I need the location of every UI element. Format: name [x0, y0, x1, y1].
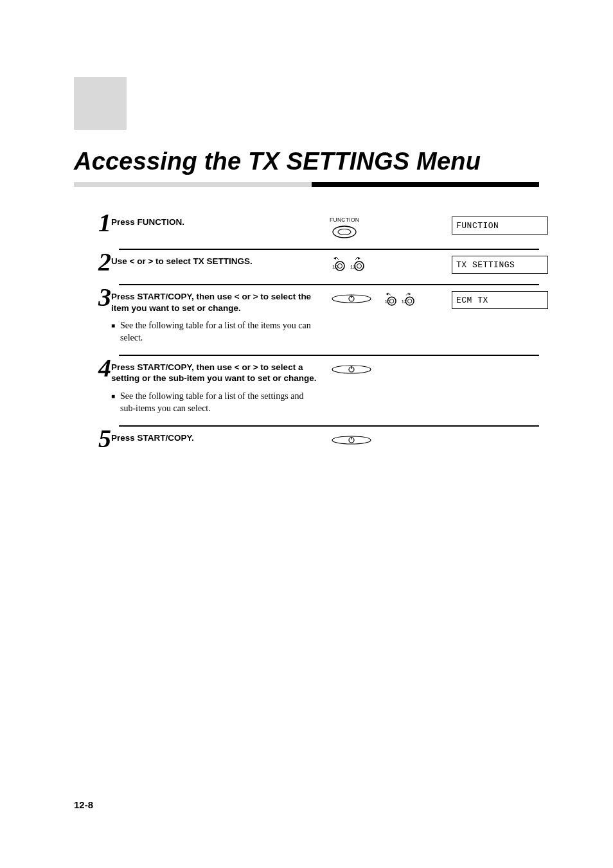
step-4: 4 Press START/COPY, then use < or > to s… — [119, 355, 539, 425]
function-button-icon: FUNCTION — [330, 217, 359, 238]
step-1: 1 Press FUNCTION. FUNCTION FUNCTION — [119, 210, 539, 249]
step-number: 3 — [85, 287, 111, 308]
start-copy-button-icon — [330, 291, 373, 306]
bullet-square-icon: ■ — [111, 320, 120, 344]
page: Accessing the TX SETTINGS Menu 1 Press F… — [0, 0, 613, 868]
right-arrow-button-icon: 12 — [400, 291, 414, 306]
svg-point-4 — [355, 261, 364, 270]
step-number: 2 — [85, 252, 111, 272]
step-5: 5 Press START/COPY. — [119, 425, 539, 459]
oval-button-icon — [332, 226, 357, 238]
page-number: 12-8 — [74, 799, 93, 810]
lcd-display: ECM TX — [452, 291, 548, 309]
arrow-buttons-icon: 10 12 — [330, 256, 364, 271]
step-number: 1 — [85, 213, 111, 233]
left-arrow-button-icon: 10 — [382, 291, 396, 306]
start-copy-button-icon — [330, 432, 373, 448]
step-number: 5 — [85, 429, 111, 449]
steps-container: 1 Press FUNCTION. FUNCTION FUNCTION — [119, 192, 539, 459]
step-heading: Use < or > to select TX SETTINGS. — [111, 256, 317, 267]
function-label: FUNCTION — [330, 217, 359, 223]
title-underline — [74, 182, 539, 187]
page-title: Accessing the TX SETTINGS Menu — [74, 148, 539, 182]
right-arrow-button-icon: 12 — [349, 256, 364, 271]
step-heading: Press START/COPY, then use < or > to sel… — [111, 362, 317, 384]
svg-point-5 — [357, 264, 362, 269]
svg-point-12 — [405, 297, 414, 305]
step-2: 2 Use < or > to select TX SETTINGS. 10 — [119, 249, 539, 284]
svg-point-3 — [338, 264, 342, 269]
svg-point-1 — [338, 229, 351, 235]
step-bullet: ■ See the following table for a list of … — [111, 320, 317, 344]
decorative-gray-block — [74, 77, 127, 130]
underline-black — [312, 182, 539, 187]
step-heading: Press START/COPY, then use < or > to sel… — [111, 291, 317, 314]
arrow-buttons-icon: 10 12 — [382, 291, 414, 306]
svg-point-0 — [333, 226, 356, 238]
step-heading: Press FUNCTION. — [111, 217, 317, 228]
lcd-display: FUNCTION — [452, 217, 548, 235]
step-3: 3 Press START/COPY, then use < or > to s… — [119, 284, 539, 355]
lcd-display: TX SETTINGS — [452, 256, 548, 274]
svg-point-13 — [407, 299, 411, 303]
svg-point-10 — [389, 299, 393, 303]
start-copy-button-icon — [330, 362, 373, 377]
bullet-text: See the following table for a list of th… — [120, 320, 317, 344]
step-number: 4 — [85, 358, 111, 378]
step-bullet: ■ See the following table for a list of … — [111, 391, 317, 415]
bullet-square-icon: ■ — [111, 391, 120, 415]
underline-gray — [74, 182, 312, 187]
step-heading: Press START/COPY. — [111, 432, 317, 444]
bullet-text: See the following table for a list of th… — [120, 391, 317, 415]
left-arrow-button-icon: 10 — [330, 256, 345, 271]
